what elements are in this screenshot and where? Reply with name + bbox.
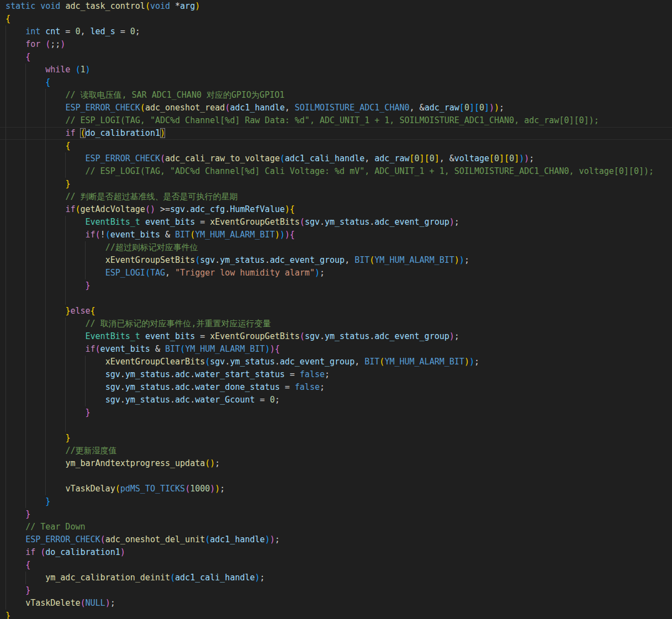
code-line[interactable]: ym_barAndtextprogress_updata(); [0, 457, 672, 470]
code-line[interactable]: } [0, 610, 672, 619]
code-token: ) [285, 230, 290, 240]
indent-guide [85, 368, 86, 381]
code-token: led_s [91, 27, 115, 36]
code-token [6, 192, 65, 202]
code-line[interactable]: ESP_ERROR_CHECK(adc_oneshot_read(adc1_ha… [0, 102, 672, 114]
code-line[interactable]: } [0, 178, 672, 191]
code-token: 0 [479, 103, 484, 113]
code-line[interactable]: ESP_LOGI(TAG, "Trigger low humidity alar… [0, 267, 672, 279]
code-token: [ [459, 103, 464, 113]
code-token: YM_HUM_ALARM_BIT [384, 357, 464, 367]
code-line[interactable] [0, 419, 672, 432]
code-line[interactable]: ESP_ERROR_CHECK(adc_oneshot_del_unit(adc… [0, 533, 672, 546]
indent-guide [45, 292, 46, 305]
code-token: BIT [364, 357, 379, 367]
indent-guide [65, 292, 66, 305]
indent-guide [25, 241, 26, 254]
code-line[interactable]: //超过则标记对应事件位 [0, 241, 672, 254]
code-line[interactable]: { [0, 51, 672, 64]
code-line[interactable]: } [0, 508, 672, 521]
code-token: } [86, 408, 91, 417]
indent-guide [45, 368, 46, 381]
code-line[interactable]: if(!(event_bits & BIT(YM_HUM_ALARM_BIT))… [0, 229, 672, 241]
code-line[interactable]: vTaskDelete(NULL); [0, 597, 672, 610]
code-line[interactable]: xEventGroupClearBits(sgv.ym_status.adc_e… [0, 356, 672, 368]
code-line[interactable]: for (;;) [0, 38, 672, 51]
code-editor[interactable]: static void adc_task_control(void *arg){… [0, 0, 672, 619]
indent-guide [45, 318, 46, 330]
code-token: ( [195, 255, 200, 265]
code-line-current[interactable]: if (do_calibration1) [0, 127, 672, 140]
code-line[interactable]: sgv.ym_status.adc.water_start_status = f… [0, 368, 672, 381]
code-line[interactable]: if (do_calibration1) [0, 546, 672, 559]
code-line[interactable]: // Tear Down [0, 521, 672, 533]
code-token: adc [175, 369, 190, 379]
code-line[interactable]: sgv.ym_status.adc.water_Gcount = 0; [0, 394, 672, 406]
indent-guide [6, 25, 6, 38]
code-token: adc1_handle [230, 103, 284, 113]
code-line[interactable]: EventBits_t event_bits = xEventGroupGetB… [0, 330, 672, 343]
code-token: { [65, 141, 70, 151]
code-line[interactable]: if(getAdcVoltage() >=sgv.adc_cfg.HumRefV… [0, 203, 672, 216]
code-line[interactable]: // 取消已标记的对应事件位,并重置对应运行变量 [0, 318, 672, 330]
code-line[interactable]: // 判断是否超过基准线、是否是可执行的星期 [0, 191, 672, 203]
code-line[interactable]: int cnt = 0, led_s = 0; [0, 25, 672, 38]
code-line[interactable]: ym_adc_calibration_deinit(adc1_cali_hand… [0, 572, 672, 584]
code-token: SOILMOISTURE_ADC1_CHAN0 [295, 103, 410, 113]
code-line[interactable]: } [0, 495, 672, 508]
code-token: adc_oneshot_del_unit [105, 535, 205, 544]
code-line[interactable]: static void adc_task_control(void *arg) [0, 0, 672, 13]
code-line[interactable]: EventBits_t event_bits = xEventGroupGetB… [0, 216, 672, 229]
code-token: } [45, 496, 50, 506]
code-line[interactable] [0, 292, 672, 305]
code-token: ESP_ERROR_CHECK [86, 154, 160, 163]
code-line[interactable]: // 读取电压值, SAR ADC1_CHAN0 对应的GPIO为GPIO1 [0, 89, 672, 102]
code-token: vTaskDelete [25, 598, 80, 608]
indent-guide [25, 483, 26, 495]
code-token: getAdcVoltage [80, 204, 145, 214]
code-line[interactable]: //更新湿度值 [0, 445, 672, 457]
indent-guide [85, 381, 86, 394]
code-token: YM_HUM_ALARM_BIT [195, 230, 275, 240]
indent-guide [65, 318, 66, 330]
code-line[interactable]: { [0, 76, 672, 89]
code-token: ( [185, 484, 190, 494]
code-line[interactable]: { [0, 13, 672, 25]
code-token: false [295, 382, 320, 392]
indent-guide [6, 470, 6, 483]
code-line[interactable]: } [0, 406, 672, 419]
code-line[interactable]: vTaskDelay(pdMS_TO_TICKS(1000)); [0, 483, 672, 495]
code-token: sgv [210, 357, 225, 367]
code-line[interactable]: } [0, 432, 672, 445]
code-token: ) [215, 484, 220, 494]
code-line[interactable]: sgv.ym_status.adc.water_done_status = fa… [0, 381, 672, 394]
code-line[interactable]: } [0, 279, 672, 292]
code-line[interactable] [0, 470, 672, 483]
code-token: ( [280, 154, 285, 163]
code-line[interactable]: } [0, 584, 672, 597]
code-line[interactable]: while (1) [0, 64, 672, 76]
code-token: = [285, 369, 300, 379]
code-line[interactable]: ESP_ERROR_CHECK(adc_cali_raw_to_voltage(… [0, 152, 672, 165]
indent-guide [6, 533, 6, 546]
code-token [6, 585, 25, 595]
code-token: { [45, 77, 50, 87]
code-line[interactable]: xEventGroupSetBits(sgv.ym_status.adc_eve… [0, 254, 672, 267]
code-line[interactable]: }else{ [0, 305, 672, 318]
code-token: xEventGroupGetBits [210, 217, 300, 227]
code-line[interactable]: // ESP_LOGI(TAG, "ADC%d Channel[%d] Raw … [0, 114, 672, 127]
code-line[interactable]: if(event_bits & BIT(YM_HUM_ALARM_BIT)){ [0, 343, 672, 356]
code-line[interactable]: // ESP_LOGI(TAG, "ADC%d Channel[%d] Cali… [0, 165, 672, 178]
indent-guide [65, 368, 66, 381]
indent-guide [25, 152, 26, 165]
code-token: ; [320, 382, 325, 392]
code-line[interactable]: { [0, 559, 672, 572]
code-token: event_bits [110, 230, 160, 240]
code-line[interactable]: { [0, 140, 672, 152]
indent-guide [6, 102, 6, 114]
indent-guide [45, 191, 46, 203]
code-token [6, 306, 65, 316]
code-token: ym_status [125, 369, 170, 379]
indent-guide [25, 127, 26, 140]
indent-guide [6, 114, 6, 127]
